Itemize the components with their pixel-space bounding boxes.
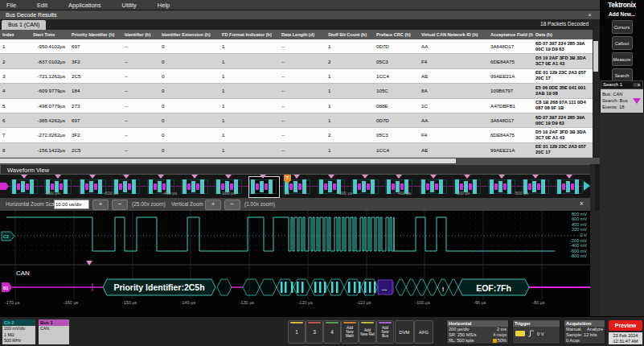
column-header: Data Length (d): [279, 30, 326, 39]
table-cell: -721.1262µs: [31, 69, 69, 83]
channel-4-button[interactable]: 4: [323, 320, 341, 344]
horizontal-zoom-scale-input[interactable]: [54, 200, 89, 209]
ch2-waveform-trace: [6, 217, 555, 251]
afg-button[interactable]: AFG: [414, 320, 433, 344]
channel-1-button[interactable]: 1: [288, 320, 306, 344]
table-cell: 6DE84A75: [488, 54, 533, 68]
zoomed-waveform-area[interactable]: C2 B1 CAN Priority Identifier:2C5h ... !…: [0, 211, 590, 316]
table-cell: 4: [0, 84, 31, 97]
voltage-axis-label: -200 mV: [555, 238, 587, 243]
table-cell: D5 10 2AF 3FD 3B 3DA 3C7 0E A1 43: [533, 54, 593, 68]
table-cell: 1: [219, 128, 279, 142]
time-axis-label: -100 µs: [415, 300, 439, 305]
search-mark-icon: [89, 175, 96, 179]
overview-time-label: 0s: [273, 191, 301, 196]
acq-mode: Manual,: [566, 327, 582, 332]
table-cell: 1: [219, 54, 279, 68]
h-position: 50%: [493, 338, 507, 344]
table-row[interactable]: 1-950.4102µs697--01--10D7DAA3A648D176D 0…: [0, 39, 593, 54]
table-row[interactable]: 4-609.9779µs184--01--1105C8A109B6797E5 0…: [0, 84, 593, 98]
table-row[interactable]: 6-385.4262µs697--01--10D7DAA3A648D176D 0…: [0, 113, 593, 128]
table-cell: 0: [159, 69, 219, 83]
menu-item-edit[interactable]: Edit: [37, 2, 47, 9]
v-zoom-minus-button[interactable]: −: [224, 200, 240, 210]
voltage-axis-label: 200 mV: [555, 227, 587, 232]
callout-button[interactable]: Callout: [612, 36, 633, 50]
channel2-badge[interactable]: Ch 2 200 mV/div 1 MΩ 500 MHz: [2, 319, 35, 344]
bus1-badge[interactable]: Bus 1 CAN: [39, 319, 69, 344]
time-axis-label: -160 µs: [64, 300, 88, 305]
v-zoom-plus-button[interactable]: +: [205, 200, 221, 210]
table-cell: --: [279, 143, 326, 157]
bus1-handle[interactable]: B1: [2, 282, 12, 292]
scrollbar-thumb[interactable]: [0, 159, 456, 163]
table-row[interactable]: 3-721.1262µs2C5--01--11CC4AE99AEE21AEE 0…: [0, 69, 593, 84]
overview-time-label: -800 µs: [39, 191, 66, 196]
table-horizontal-scrollbar[interactable]: [0, 158, 600, 164]
table-cell: 0: [159, 39, 219, 53]
h-zoom-minus-button[interactable]: −: [112, 200, 128, 210]
table-cell: 8A: [419, 84, 488, 97]
add-new-bus-button[interactable]: Add New Bus: [376, 320, 394, 344]
search-result-badge[interactable]: Search 1 Bus: CAN Search: Bus Events: 18: [601, 80, 643, 113]
add-new-ref-button[interactable]: Add New Ref: [359, 320, 376, 344]
scroll-right-icon[interactable]: [584, 181, 590, 191]
table-row[interactable]: 8-156.1422µs2C5--01--11CC4AE99AEE21AEE 0…: [0, 143, 593, 158]
search-bus-line: Bus: CAN: [602, 91, 642, 97]
acquisition-panel[interactable]: Acquisition Manual,Analyze Sample: 12 bi…: [564, 319, 605, 344]
table-cell: 1CC4: [374, 69, 419, 83]
h-zoom-factor-label: (25.00x zoom): [132, 201, 166, 207]
column-header: Start Time: [31, 30, 69, 39]
table-cell: 2: [0, 54, 31, 68]
search-nav-icon[interactable]: [633, 98, 641, 104]
table-cell: 1: [219, 113, 279, 127]
menu-item-utility[interactable]: Utility: [121, 2, 136, 9]
table-cell: 1: [219, 99, 279, 113]
table-cell: 697: [69, 113, 122, 127]
table-cell: 6D 07 397 224 285 39A 00C 19 D9 63: [533, 113, 593, 127]
waveform-svg: C2 B1 CAN Priority Identifier:2C5h ... !…: [0, 211, 590, 316]
search-visibility-toggle[interactable]: [633, 83, 641, 87]
scrollbar-thumb[interactable]: [593, 41, 598, 72]
table-cell: -272.0262µs: [31, 128, 69, 142]
table-row[interactable]: 5-498.0779µs273--01--1088E1CA47DBFB1C8 1…: [0, 99, 593, 113]
table-cell: 1: [326, 84, 374, 97]
preview-button[interactable]: Preview: [609, 320, 642, 331]
menu-item-help[interactable]: Help: [158, 2, 170, 9]
h-zoom-plus-button[interactable]: +: [92, 200, 109, 210]
cursors-button[interactable]: Cursors: [612, 20, 633, 34]
measure-button[interactable]: Measure: [612, 52, 633, 66]
dvm-button[interactable]: DVM: [395, 320, 414, 344]
table-cell: -837.0102µs: [31, 54, 69, 68]
can-packet-glyph: [556, 179, 583, 194]
column-header: Virtual CAN Network ID (h): [419, 30, 488, 39]
table-vertical-scrollbar[interactable]: [593, 30, 600, 158]
search-title: Search 1: [603, 82, 622, 87]
menu-item-file[interactable]: File: [6, 2, 16, 9]
horizontal-panel[interactable]: Horizontal 200 µs/div2 ms SR: 250 MS/s4 …: [446, 319, 509, 344]
ch2-bandwidth: 500 MHz: [4, 338, 35, 344]
trigger-marker-icon[interactable]: T: [284, 175, 291, 181]
table-row[interactable]: 7-272.0262µs3F2--01--205C3F46DE84A75D5 1…: [0, 128, 593, 142]
table-cell: 1: [219, 69, 279, 83]
menu-item-applications[interactable]: Applications: [68, 2, 100, 9]
voltage-axis-label: 800 mV: [555, 212, 587, 216]
overview-time-label: 600 µs: [449, 191, 477, 196]
trigger-panel[interactable]: Trigger 0 V: [512, 319, 560, 344]
ch2-badge-header: Ch 2: [2, 319, 35, 326]
table-cell: 184: [69, 84, 122, 97]
channel-3-button[interactable]: 3: [306, 320, 323, 344]
svg-text:C2: C2: [3, 234, 9, 239]
table-row[interactable]: 2-837.0102µs3F2--01--205C3F46DE84A75D5 1…: [0, 54, 593, 68]
acquisition-title: Acquisition: [564, 320, 605, 327]
bus-label: CAN: [16, 270, 30, 277]
zoom-view-close-icon[interactable]: ×: [580, 200, 584, 208]
tab-bus1-can[interactable]: Bus 1 (CAN): [2, 20, 46, 30]
add-new-math-button[interactable]: Add New Math: [341, 320, 359, 344]
close-icon[interactable]: ×: [588, 10, 592, 19]
search-mark-icon: [158, 175, 164, 179]
overview-time-label: 200 µs: [332, 191, 359, 196]
channel2-handle[interactable]: C2: [2, 232, 14, 241]
waveform-overview-strip[interactable]: T -800 µs-600 µs-400 µs-200 µs0s200 µs40…: [0, 175, 595, 198]
search-badge-body: Bus: CAN Search: Bus Events: 18: [601, 89, 643, 113]
